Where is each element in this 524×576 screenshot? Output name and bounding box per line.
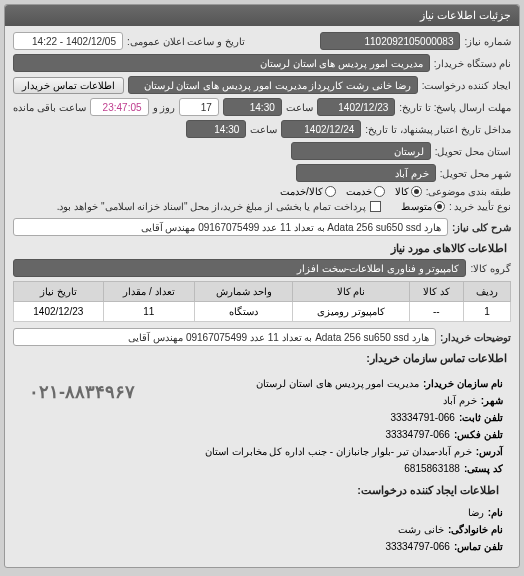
buyer-org-field: مدیریت امور پردیس های استان لرستان — [13, 54, 430, 72]
purchase-type-label: نوع تأیید خرید : — [449, 201, 511, 212]
payment-checkbox[interactable] — [370, 201, 381, 212]
contact-fax-label: تلفن فکس: — [454, 426, 503, 443]
row-item-type: طبقه بندی موضوعی: کالا خدمت کالا/خدمت — [13, 186, 511, 197]
province-field: لرستان — [291, 142, 431, 160]
buyer-notes-label: توضیحات خریدار: — [440, 332, 511, 343]
contact-fax-value: 33334797-066 — [385, 426, 450, 443]
radio-goods-service-item[interactable]: کالا/خدمت — [280, 186, 336, 197]
buyer-org-label: نام دستگاه خریدار: — [434, 58, 511, 69]
row-creator: ایجاد کننده درخواست: رضا خانی رشت کارپرد… — [13, 76, 511, 94]
validity-time-label: ساعت — [250, 124, 277, 135]
radio-goods-service[interactable] — [325, 186, 336, 197]
days-field: 17 — [179, 98, 218, 116]
creator-name-row: نام: رضا — [21, 504, 503, 521]
th-unit: واحد شمارش — [195, 282, 293, 302]
goods-group-field: کامپیوتر و فناوری اطلاعات-سخت افزار — [13, 259, 466, 277]
radio-medium-item[interactable]: متوسط — [401, 201, 445, 212]
row-reply-deadline: مهلت ارسال پاسخ: تا تاریخ: 1402/12/23 سا… — [13, 98, 511, 116]
creator-family-label: نام خانوادگی: — [448, 521, 503, 538]
contact-section-title: اطلاعات تماس سازمان خریدار: — [13, 352, 511, 365]
radio-service-label: خدمت — [346, 186, 372, 197]
row-description: شرح کلی نیاز: هارد Adata 256 su650 ssd ب… — [13, 218, 511, 236]
td-date: 1402/12/23 — [14, 302, 104, 322]
request-number-label: شماره نیاز: — [464, 36, 511, 47]
table-header-row: ردیف کد کالا نام کالا واحد شمارش تعداد /… — [14, 282, 511, 302]
contact-postal-value: 6815863188 — [404, 460, 460, 477]
td-name: کامپیوتر رومیزی — [293, 302, 409, 322]
th-row: ردیف — [464, 282, 511, 302]
reply-time-field: 14:30 — [223, 98, 282, 116]
contact-phone-value: 33334791-066 — [390, 409, 455, 426]
days-label: روز و — [153, 102, 176, 113]
radio-goods-service-label: کالا/خدمت — [280, 186, 323, 197]
contact-postal-label: کد پستی: — [464, 460, 503, 477]
row-goods-group: گروه کالا: کامپیوتر و فناوری اطلاعات-سخت… — [13, 259, 511, 277]
radio-service-item[interactable]: خدمت — [346, 186, 385, 197]
td-row: 1 — [464, 302, 511, 322]
th-qty: تعداد / مقدار — [103, 282, 195, 302]
th-name: نام کالا — [293, 282, 409, 302]
contact-phone-row: تلفن ثابت: 33334791-066 — [143, 409, 503, 426]
th-code: کد کالا — [409, 282, 463, 302]
creator-name-label: نام: — [488, 504, 503, 521]
contact-org-label: نام سازمان خریدار: — [423, 375, 503, 392]
panel-header: جزئیات اطلاعات نیاز — [5, 5, 519, 26]
validity-label: مداخل تاریخ اعتبار پیشنهاد، تا تاریخ: — [365, 124, 511, 135]
goods-section-title: اطلاعات کالاهای مورد نیاز — [13, 242, 511, 255]
creator-name-value: رضا — [468, 504, 484, 521]
row-province: استان محل تحویل: لرستان — [13, 142, 511, 160]
contact-address-value: خرم آباد-میدان تیر -بلوار جانبازان - جنب… — [205, 443, 472, 460]
td-unit: دستگاه — [195, 302, 293, 322]
td-code: -- — [409, 302, 463, 322]
row-purchase-type: نوع تأیید خرید : متوسط پرداخت تمام یا بخ… — [13, 201, 511, 212]
contact-phone-label: تلفن ثابت: — [459, 409, 503, 426]
validity-date-field: 1402/12/24 — [281, 120, 361, 138]
item-type-radio-group: کالا خدمت کالا/خدمت — [280, 186, 422, 197]
row-buyer-notes: توضیحات خریدار: هارد Adata 256 su650 ssd… — [13, 328, 511, 346]
goods-group-label: گروه کالا: — [470, 263, 511, 274]
creator-family-value: خانی رشت — [398, 521, 444, 538]
public-date-label: تاریخ و ساعت اعلان عمومی: — [127, 36, 245, 47]
table-row: 1 -- کامپیوتر رومیزی دستگاه 11 1402/12/2… — [14, 302, 511, 322]
creator-phone-label: تلفن تماس: — [454, 538, 503, 555]
contact-fax-row: تلفن فکس: 33334797-066 — [143, 426, 503, 443]
remaining-time-field: 23:47:05 — [90, 98, 149, 116]
large-phone-number: ۰۲۱-۸۸۳۴۹۶۷ — [21, 375, 143, 410]
contact-postal-row: کد پستی: 6815863188 — [21, 460, 503, 477]
radio-goods[interactable] — [411, 186, 422, 197]
contact-city-label: شهر: — [481, 392, 503, 409]
main-panel: جزئیات اطلاعات نیاز شماره نیاز: 11020921… — [4, 4, 520, 568]
reply-time-label: ساعت — [286, 102, 313, 113]
row-buyer-org: نام دستگاه خریدار: مدیریت امور پردیس های… — [13, 54, 511, 72]
row-city: شهر محل تحویل: خرم آباد — [13, 164, 511, 182]
th-date: تاریخ نیاز — [14, 282, 104, 302]
creator-phone-value: 33334797-066 — [385, 538, 450, 555]
validity-time-field: 14:30 — [186, 120, 246, 138]
radio-goods-label: کالا — [395, 186, 409, 197]
contact-info-button[interactable]: اطلاعات تماس خریدار — [13, 77, 124, 94]
radio-service[interactable] — [374, 186, 385, 197]
contact-address-label: آدرس: — [476, 443, 503, 460]
reply-date-field: 1402/12/23 — [317, 98, 396, 116]
row-request-number: شماره نیاز: 1102092105000083 تاریخ و ساع… — [13, 32, 511, 50]
reply-deadline-label: مهلت ارسال پاسخ: تا تاریخ: — [399, 102, 511, 113]
creator-label: ایجاد کننده درخواست: — [422, 80, 511, 91]
creator-family-row: نام خانوادگی: خانی رشت — [21, 521, 503, 538]
creator-field: رضا خانی رشت کارپرداز مدیریت امور پردیس … — [128, 76, 418, 94]
description-label: شرح کلی نیاز: — [452, 222, 511, 233]
contact-city-row: شهر: خرم آباد — [143, 392, 503, 409]
td-qty: 11 — [103, 302, 195, 322]
row-validity: مداخل تاریخ اعتبار پیشنهاد، تا تاریخ: 14… — [13, 120, 511, 138]
radio-medium[interactable] — [434, 201, 445, 212]
buyer-notes-field: هارد Adata 256 su650 ssd به تعداد 11 عدد… — [13, 328, 436, 346]
panel-title: جزئیات اطلاعات نیاز — [420, 9, 511, 21]
contact-org-value: مدیریت امور پردیس های استان لرستان — [256, 375, 419, 392]
radio-goods-item[interactable]: کالا — [395, 186, 422, 197]
contact-city-value: خرم آباد — [443, 392, 477, 409]
request-number-field: 1102092105000083 — [320, 32, 460, 50]
contact-org-row: نام سازمان خریدار: مدیریت امور پردیس های… — [143, 375, 503, 392]
payment-note: پرداخت تمام یا بخشی از مبلغ خرید،از محل … — [57, 201, 366, 212]
creator-section-title: اطلاعات ایجاد کننده درخواست: — [21, 481, 503, 500]
creator-phone-row: تلفن تماس: 33334797-066 — [21, 538, 503, 555]
radio-medium-label: متوسط — [401, 201, 432, 212]
